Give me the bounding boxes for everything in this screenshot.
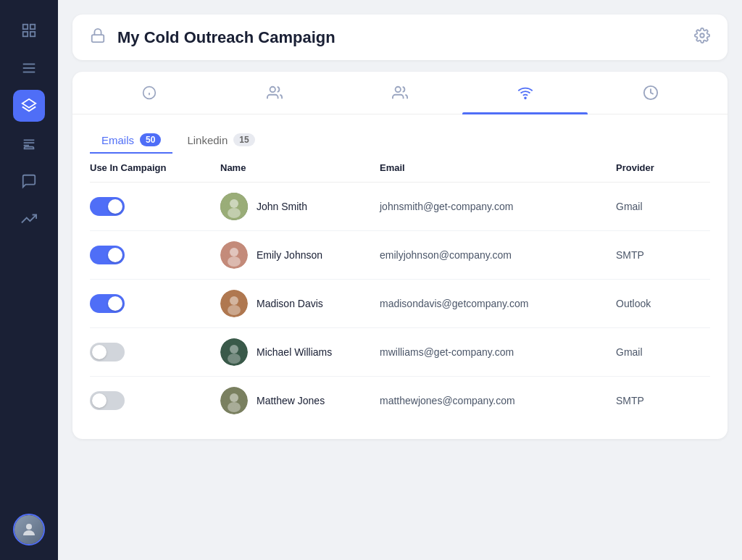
sidebar-icon-chat[interactable] bbox=[13, 165, 45, 197]
person-provider: SMTP bbox=[616, 249, 710, 261]
svg-rect-1 bbox=[30, 25, 35, 29]
svg-point-16 bbox=[525, 97, 526, 99]
person-name: John Smith bbox=[257, 201, 307, 212]
person-email: mwilliams@get-company.com bbox=[380, 346, 616, 358]
table-container: Use In Campaign Name Email Provider bbox=[72, 154, 728, 439]
svg-point-26 bbox=[228, 305, 241, 315]
svg-rect-3 bbox=[30, 32, 35, 36]
svg-point-14 bbox=[270, 87, 275, 92]
svg-point-15 bbox=[396, 87, 401, 92]
person-cell-madison-davis: Madison Davis bbox=[220, 290, 380, 317]
person-name: Michael Williams bbox=[257, 346, 332, 358]
campaign-title: My Cold Outreach Campaign bbox=[117, 28, 683, 47]
person-email: emilyjohnson@company.com bbox=[380, 249, 616, 261]
tabs-nav bbox=[72, 72, 728, 114]
svg-point-10 bbox=[700, 33, 704, 38]
toggle-matthew-jones[interactable] bbox=[90, 391, 220, 410]
sidebar-icon-grid[interactable] bbox=[13, 14, 45, 46]
table-row: Madison Davis madisondavis@getcompany.co… bbox=[90, 280, 710, 328]
sub-tabs: Emails 50 Linkedin 15 bbox=[72, 114, 728, 154]
sidebar-icon-layers[interactable] bbox=[13, 90, 45, 122]
person-provider: Gmail bbox=[616, 201, 710, 212]
svg-point-31 bbox=[230, 393, 238, 402]
person-name: Emily Johnson bbox=[257, 249, 322, 261]
person-name: Matthew Jones bbox=[257, 395, 325, 406]
user-avatar[interactable] bbox=[13, 514, 45, 546]
tab-clock[interactable] bbox=[588, 72, 713, 114]
svg-marker-7 bbox=[22, 99, 36, 108]
svg-rect-9 bbox=[92, 35, 104, 42]
tab-feed[interactable] bbox=[462, 72, 588, 114]
col-header-name: Name bbox=[220, 162, 380, 173]
col-header-provider: Provider bbox=[616, 162, 710, 173]
main-content: My Cold Outreach Campaign bbox=[58, 0, 742, 560]
tab-people-1[interactable] bbox=[212, 72, 338, 114]
table-row: John Smith johnsmith@get-company.com Gma… bbox=[90, 183, 710, 231]
person-provider: Outlook bbox=[616, 298, 710, 309]
svg-point-25 bbox=[230, 296, 238, 305]
person-name: Madison Davis bbox=[257, 298, 323, 309]
svg-point-23 bbox=[228, 256, 241, 267]
sidebar-icon-feed[interactable] bbox=[13, 128, 45, 159]
svg-point-19 bbox=[230, 199, 238, 208]
table-row: Michael Williams mwilliams@get-company.c… bbox=[90, 328, 710, 377]
tabs-panel: Emails 50 Linkedin 15 Use In Campaign Na… bbox=[72, 72, 728, 439]
lock-icon bbox=[90, 28, 106, 47]
table-row: Matthew Jones matthewjones@company.com S… bbox=[90, 377, 710, 425]
sidebar bbox=[0, 0, 58, 560]
sidebar-icon-list[interactable] bbox=[13, 52, 45, 84]
svg-point-29 bbox=[228, 354, 241, 364]
svg-point-22 bbox=[230, 248, 238, 256]
tab-people-2[interactable] bbox=[338, 72, 463, 114]
toggle-john-smith[interactable] bbox=[90, 197, 220, 216]
svg-point-32 bbox=[228, 402, 241, 412]
sidebar-icon-chart[interactable] bbox=[13, 203, 45, 235]
person-provider: Gmail bbox=[616, 346, 710, 358]
toggle-michael-williams[interactable] bbox=[90, 343, 220, 362]
svg-rect-2 bbox=[23, 32, 28, 36]
person-cell-emily-johnson: Emily Johnson bbox=[220, 241, 380, 269]
settings-icon[interactable] bbox=[694, 28, 710, 47]
person-cell-john-smith: John Smith bbox=[220, 193, 380, 220]
table-header: Use In Campaign Name Email Provider bbox=[90, 154, 710, 183]
person-email: johnsmith@get-company.com bbox=[380, 201, 616, 212]
toggle-emily-johnson[interactable] bbox=[90, 246, 220, 264]
svg-point-8 bbox=[26, 524, 32, 530]
person-cell-michael-williams: Michael Williams bbox=[220, 338, 380, 366]
toggle-madison-davis[interactable] bbox=[90, 294, 220, 313]
campaign-header: My Cold Outreach Campaign bbox=[72, 14, 728, 60]
sub-tab-linkedin[interactable]: Linkedin 15 bbox=[175, 128, 266, 154]
person-cell-matthew-jones: Matthew Jones bbox=[220, 387, 380, 414]
col-header-email: Email bbox=[380, 162, 616, 173]
table-row: Emily Johnson emilyjohnson@company.com S… bbox=[90, 231, 710, 280]
tab-info[interactable] bbox=[87, 72, 212, 113]
svg-point-28 bbox=[230, 345, 238, 354]
person-email: matthewjones@company.com bbox=[380, 395, 616, 406]
person-email: madisondavis@getcompany.com bbox=[380, 298, 616, 309]
person-provider: SMTP bbox=[616, 395, 710, 406]
svg-point-20 bbox=[228, 208, 241, 218]
sub-tab-emails[interactable]: Emails 50 bbox=[90, 128, 172, 154]
col-header-use-in-campaign: Use In Campaign bbox=[90, 162, 220, 173]
svg-rect-0 bbox=[23, 25, 28, 29]
